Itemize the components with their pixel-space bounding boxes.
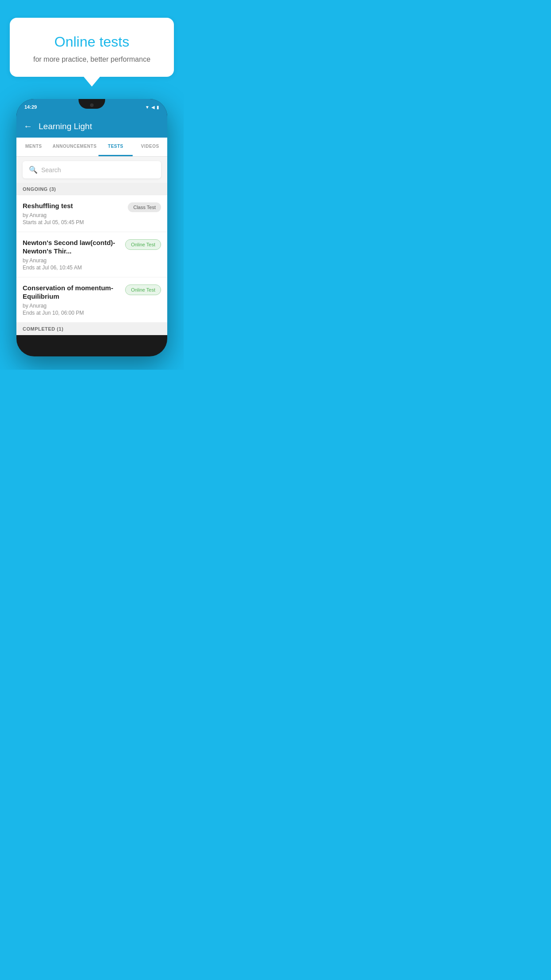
tab-videos[interactable]: VIDEOS	[133, 138, 167, 156]
test-date: Ends at Jul 06, 10:45 AM	[23, 265, 121, 271]
battery-icon: ▮	[157, 105, 159, 110]
test-date: Ends at Jun 10, 06:00 PM	[23, 310, 121, 316]
ongoing-section-label: ONGOING (3)	[16, 183, 167, 195]
notch	[79, 99, 105, 109]
test-author: by Anurag	[23, 212, 123, 218]
test-date: Starts at Jul 05, 05:45 PM	[23, 219, 123, 225]
test-author: by Anurag	[23, 303, 121, 309]
app-title: Learning Light	[39, 122, 92, 131]
test-item[interactable]: Reshuffling test by Anurag Starts at Jul…	[16, 195, 167, 232]
phone-frame: 14:29 ▼ ◀ ▮ ← Learning Light MENTS ANNOU…	[16, 99, 167, 356]
status-bar: 14:29 ▼ ◀ ▮	[16, 99, 167, 115]
search-icon: 🔍	[29, 166, 38, 174]
tab-ments[interactable]: MENTS	[16, 138, 51, 156]
status-time: 14:29	[24, 104, 37, 110]
signal-icon: ◀	[151, 105, 155, 110]
test-item[interactable]: Conservation of momentum-Equilibrium by …	[16, 277, 167, 323]
tab-tests[interactable]: TESTS	[98, 138, 133, 156]
tab-announcements[interactable]: ANNOUNCEMENTS	[51, 138, 98, 156]
test-author: by Anurag	[23, 257, 121, 264]
bubble-title: Online tests	[23, 34, 161, 50]
back-button[interactable]: ←	[24, 121, 32, 131]
test-name: Newton's Second law(contd)-Newton's Thir…	[23, 238, 121, 256]
search-input-wrap[interactable]: 🔍 Search	[23, 161, 161, 178]
search-input[interactable]: Search	[41, 166, 61, 174]
test-list: Reshuffling test by Anurag Starts at Jul…	[16, 195, 167, 323]
search-bar-container: 🔍 Search	[16, 157, 167, 183]
wifi-icon: ▼	[145, 105, 150, 110]
bubble-subtitle: for more practice, better performance	[23, 55, 161, 63]
tabs-bar: MENTS ANNOUNCEMENTS TESTS VIDEOS	[16, 138, 167, 157]
test-badge-class: Class Test	[128, 202, 161, 212]
test-name: Conservation of momentum-Equilibrium	[23, 284, 121, 301]
app-header: ← Learning Light	[16, 115, 167, 138]
test-name: Reshuffling test	[23, 202, 123, 210]
test-badge-online: Online Test	[125, 239, 161, 250]
test-info: Newton's Second law(contd)-Newton's Thir…	[23, 238, 121, 271]
test-item[interactable]: Newton's Second law(contd)-Newton's Thir…	[16, 232, 167, 277]
test-badge-online: Online Test	[125, 285, 161, 295]
test-info: Conservation of momentum-Equilibrium by …	[23, 284, 121, 316]
test-info: Reshuffling test by Anurag Starts at Jul…	[23, 202, 123, 225]
camera	[90, 103, 94, 107]
completed-section-label: COMPLETED (1)	[16, 323, 167, 335]
status-icons: ▼ ◀ ▮	[145, 105, 159, 110]
speech-bubble: Online tests for more practice, better p…	[10, 18, 174, 77]
